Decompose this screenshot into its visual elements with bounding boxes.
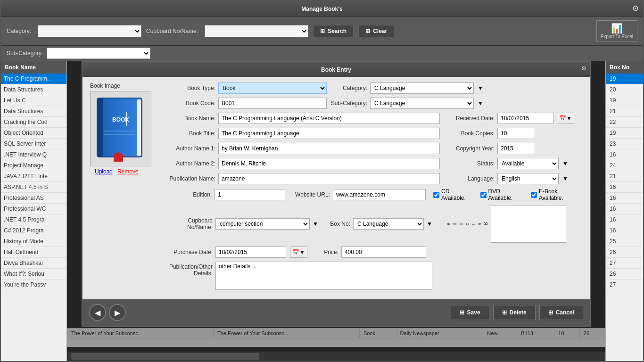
export-excel-button[interactable]: 📊 Export To Excel (596, 20, 637, 41)
book-list-item[interactable]: Half Girlfriend (1, 247, 66, 258)
cupboard-select[interactable]: computer section (205, 25, 308, 37)
book-list-item[interactable]: Data Structures (1, 106, 66, 117)
right-panel-item[interactable]: 21 (606, 106, 643, 117)
cancel-button[interactable]: ⊞ Cancel (539, 305, 583, 320)
language-select[interactable]: EnglishHindiOther (497, 173, 559, 184)
book-name-input[interactable] (218, 113, 440, 124)
status-select[interactable]: AvailableNot Available (497, 158, 559, 169)
search-button[interactable]: ⊞ Search (313, 25, 354, 37)
book-list-item[interactable]: The C Programm... (1, 74, 66, 84)
book-list-item[interactable]: Cracking the Cod (1, 117, 66, 128)
website-input[interactable] (333, 189, 426, 200)
price-input[interactable] (341, 247, 426, 258)
book-list-item[interactable]: Data Structures (1, 84, 66, 95)
book-copies-input[interactable] (497, 128, 535, 139)
copyright-year-label: Copyright Year: (443, 145, 495, 152)
book-list-item[interactable]: .NET Interview Q (1, 149, 66, 160)
right-panel-item[interactable]: 16 (606, 204, 643, 214)
received-date-label: Received Date: (443, 115, 495, 122)
svg-rect-1 (97, 98, 103, 157)
right-panel-item[interactable]: 26 (606, 269, 643, 280)
book-list-item[interactable]: You're the Passv (1, 280, 66, 290)
next-button[interactable]: ▶ (109, 304, 126, 321)
category-select[interactable]: C Language Data Structures Professional (38, 25, 141, 37)
right-panel-item[interactable]: 21 (606, 171, 643, 182)
author2-input[interactable] (218, 158, 440, 169)
prev-button[interactable]: ◀ (89, 304, 106, 321)
clear-button[interactable]: ⊞ Clear (358, 25, 394, 37)
book-list-item[interactable]: History of Mode (1, 236, 66, 247)
right-panel-item[interactable]: 23 (606, 139, 643, 149)
dvd-available-check[interactable]: DVD Available. (480, 188, 525, 201)
copyright-year-input[interactable] (497, 143, 535, 154)
toolbar: Category: C Language Data Structures Pro… (1, 16, 643, 46)
book-title-input[interactable] (218, 128, 440, 139)
received-date-input[interactable] (497, 113, 554, 124)
status-label: Status: (443, 160, 495, 167)
dvd-label: DVD Available. (488, 188, 525, 201)
subcategory-toolbar-label: Sub-Category: (7, 50, 43, 57)
box-select[interactable]: C LanguageData Structures (353, 218, 424, 230)
received-date-picker[interactable]: 📅▼ (557, 113, 574, 124)
book-list-item[interactable]: Project Manage (1, 160, 66, 171)
book-list-item[interactable]: JAVA / J2EE: Inte (1, 171, 66, 182)
author1-input[interactable] (218, 143, 440, 154)
book-list-item[interactable]: SQL Server Inter (1, 139, 66, 149)
right-panel-item[interactable]: 16 (606, 182, 643, 193)
right-panel-item[interactable]: 16 (606, 225, 643, 236)
book-type-select[interactable]: BookMagazineNewspaperJournal (218, 82, 327, 94)
book-list-item[interactable]: C# 2012 Progra (1, 225, 66, 236)
book-list-item[interactable]: Professional WC (1, 204, 66, 214)
right-panel-item[interactable]: 25 (606, 236, 643, 247)
form-row-5: Author Name 1: Copyright Year: (164, 143, 582, 154)
right-panel-item[interactable]: 16 (606, 149, 643, 160)
right-panel-item[interactable]: 26 (606, 247, 643, 258)
app-close-icon[interactable]: ⊙ (632, 4, 638, 13)
modal-close-icon[interactable]: ⊙ (581, 65, 586, 72)
ebook-checkbox[interactable] (531, 192, 537, 198)
category-label: Category: (7, 28, 31, 34)
edition-input[interactable] (215, 189, 285, 200)
website-label: Website URL: (288, 191, 330, 198)
main-content: Book Name The C Programm...Data Structur… (1, 61, 643, 361)
book-list-item[interactable]: Object Oriented (1, 128, 66, 139)
subcategory-toolbar-select[interactable]: C Language (47, 48, 150, 59)
book-code-input[interactable] (218, 98, 327, 109)
publication-input[interactable] (218, 173, 440, 184)
barcode-svg (491, 205, 566, 243)
right-panel-item[interactable]: 27 (606, 258, 643, 269)
right-panel-item[interactable]: 19 (606, 95, 643, 106)
cupboard-field-select[interactable]: computer sectiongeneral section (215, 218, 310, 230)
book-list-item[interactable]: .NET 4.5 Progra (1, 214, 66, 225)
book-image-svg: BOOK (95, 96, 147, 162)
save-button[interactable]: ⊞ Save (451, 305, 489, 320)
subcategory-dropdown-icon: ▼ (478, 100, 484, 107)
right-panel-item[interactable]: 16 (606, 193, 643, 204)
right-panel-item[interactable]: 27 (606, 280, 643, 290)
right-panel-item[interactable]: 20 (606, 84, 643, 95)
right-panel-item[interactable]: 24 (606, 160, 643, 171)
upload-link[interactable]: Upload (95, 168, 113, 175)
book-list-item[interactable]: Professional AS (1, 193, 66, 204)
remove-link[interactable]: Remove (117, 168, 139, 175)
cd-available-check[interactable]: CD Available. (433, 188, 474, 201)
right-panel-item[interactable]: 19 (606, 128, 643, 139)
cd-checkbox[interactable] (433, 192, 439, 198)
book-list-item[interactable]: What If?: Seriou (1, 269, 66, 280)
dvd-checkbox[interactable] (480, 192, 487, 198)
right-panel-item[interactable]: 16 (606, 214, 643, 225)
right-panel-item[interactable]: 19 (606, 74, 643, 84)
pub-details-textarea[interactable]: other Details ... (215, 262, 432, 290)
ebook-available-check[interactable]: E-Book Available. (531, 188, 582, 201)
book-list-item[interactable]: Let Us C (1, 95, 66, 106)
purchase-date-input[interactable] (215, 247, 286, 258)
book-list-item[interactable]: Divya Bhashkar (1, 258, 66, 269)
cupboard-label: Cupboard No/Name: (146, 28, 198, 34)
subcategory-field-select[interactable]: C LanguageData Structures (370, 98, 474, 109)
delete-button[interactable]: ⊞ Delete (493, 305, 536, 320)
book-list-item[interactable]: ASP.NET 4.5 in S (1, 182, 66, 193)
right-panel-item[interactable]: 22 (606, 117, 643, 128)
category-field-select[interactable]: C LanguageData Structures (370, 82, 474, 94)
form-row-9: Cupboard No/Name: computer sectiongenera… (161, 205, 582, 243)
purchase-date-picker[interactable]: 📅▼ (290, 247, 307, 258)
